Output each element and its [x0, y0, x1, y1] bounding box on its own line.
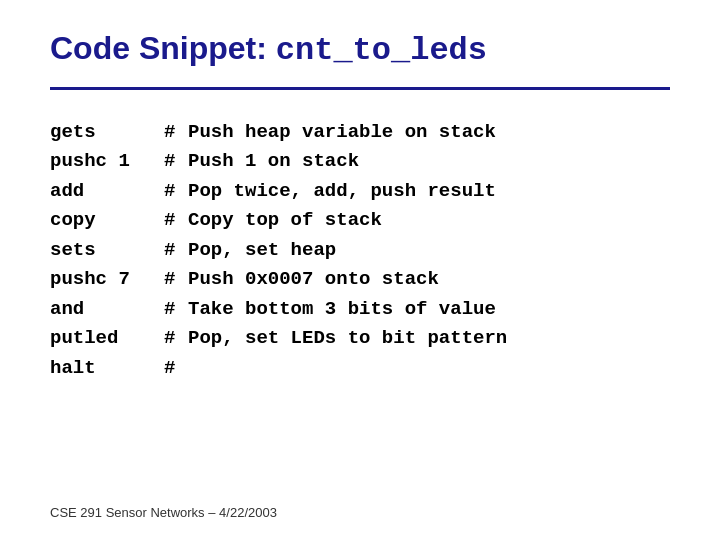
- footer: CSE 291 Sensor Networks – 4/22/2003: [50, 495, 670, 520]
- comment-row: Pop, set LEDs to bit pattern: [188, 324, 670, 353]
- instruction-row: add: [50, 177, 160, 206]
- hash-row: #: [164, 147, 188, 176]
- hash-row: #: [164, 236, 188, 265]
- hash-row: #: [164, 206, 188, 235]
- hash-row: #: [164, 295, 188, 324]
- instruction-row: pushc 7: [50, 265, 160, 294]
- instruction-row: pushc 1: [50, 147, 160, 176]
- instruction-row: copy: [50, 206, 160, 235]
- comment-row: Copy top of stack: [188, 206, 670, 235]
- slide-container: Code Snippet: cnt_to_leds getspushc 1add…: [0, 0, 720, 540]
- hash-row: #: [164, 265, 188, 294]
- instruction-row: and: [50, 295, 160, 324]
- comment-row: Take bottom 3 bits of value: [188, 295, 670, 324]
- col-hashes: #########: [160, 118, 188, 495]
- instruction-row: putled: [50, 324, 160, 353]
- instruction-row: halt: [50, 354, 160, 383]
- comment-row: Push 0x0007 onto stack: [188, 265, 670, 294]
- title-mono: cnt_to_leds: [276, 32, 487, 69]
- hash-row: #: [164, 324, 188, 353]
- hash-row: #: [164, 118, 188, 147]
- hash-row: #: [164, 177, 188, 206]
- comment-row: Push 1 on stack: [188, 147, 670, 176]
- col-instructions: getspushc 1addcopysetspushc 7andputledha…: [50, 118, 160, 495]
- title-area: Code Snippet: cnt_to_leds: [50, 30, 670, 90]
- code-area: getspushc 1addcopysetspushc 7andputledha…: [50, 118, 670, 495]
- hash-row: #: [164, 354, 188, 383]
- instruction-row: gets: [50, 118, 160, 147]
- comment-row: Pop twice, add, push result: [188, 177, 670, 206]
- comment-row: Pop, set heap: [188, 236, 670, 265]
- title-prefix: Code Snippet:: [50, 30, 276, 66]
- comment-row: Push heap variable on stack: [188, 118, 670, 147]
- instruction-row: sets: [50, 236, 160, 265]
- col-comments: Push heap variable on stackPush 1 on sta…: [188, 118, 670, 495]
